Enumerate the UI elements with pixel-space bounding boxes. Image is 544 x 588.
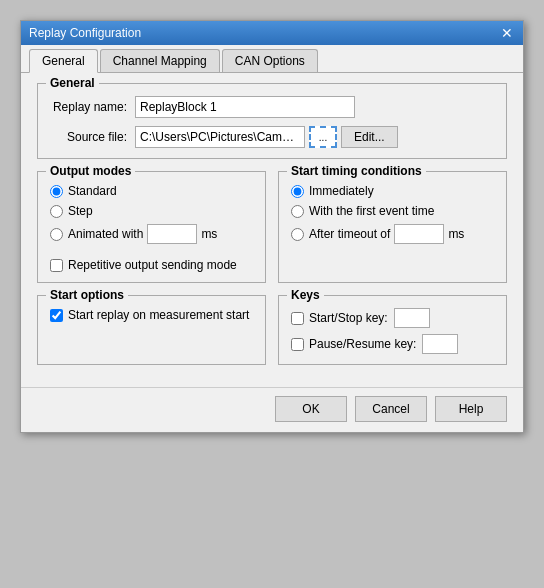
keys-label: Keys	[287, 288, 324, 302]
start-stop-key-input[interactable]	[394, 308, 430, 328]
pause-resume-key-row: Pause/Resume key:	[291, 334, 494, 354]
animated-unit: ms	[201, 227, 217, 241]
step-radio[interactable]	[50, 205, 63, 218]
close-button[interactable]: ✕	[499, 26, 515, 40]
step-radio-row: Step	[50, 204, 253, 218]
animated-label: Animated with	[68, 227, 143, 241]
help-button[interactable]: Help	[435, 396, 507, 422]
replay-name-label: Replay name:	[50, 100, 135, 114]
start-options-section: Start options Start replay on measuremen…	[37, 295, 266, 365]
animated-radio[interactable]	[50, 228, 63, 241]
title-bar: Replay Configuration ✕	[21, 21, 523, 45]
ok-button[interactable]: OK	[275, 396, 347, 422]
after-timeout-label: After timeout of	[309, 227, 390, 241]
start-replay-label: Start replay on measurement start	[68, 308, 249, 322]
bottom-two-col: Start options Start replay on measuremen…	[37, 295, 507, 365]
general-section: General Replay name: Source file: ... Ed…	[37, 83, 507, 159]
repetitive-checkbox-row: Repetitive output sending mode	[50, 258, 253, 272]
replay-configuration-dialog: Replay Configuration ✕ General Channel M…	[20, 20, 524, 433]
after-timeout-radio[interactable]	[291, 228, 304, 241]
immediately-radio-row: Immediately	[291, 184, 494, 198]
standard-label: Standard	[68, 184, 117, 198]
after-timeout-radio-row: After timeout of ms	[291, 224, 494, 244]
tab-bar: General Channel Mapping CAN Options	[21, 45, 523, 73]
cancel-button[interactable]: Cancel	[355, 396, 427, 422]
repetitive-label: Repetitive output sending mode	[68, 258, 237, 272]
standard-radio[interactable]	[50, 185, 63, 198]
start-timing-section: Start timing conditions Immediately With…	[278, 171, 507, 283]
output-modes-label: Output modes	[46, 164, 135, 178]
repetitive-checkbox[interactable]	[50, 259, 63, 272]
start-replay-checkbox-row: Start replay on measurement start	[50, 308, 253, 322]
pause-resume-key-input[interactable]	[422, 334, 458, 354]
first-event-radio[interactable]	[291, 205, 304, 218]
immediately-label: Immediately	[309, 184, 374, 198]
output-modes-section: Output modes Standard Step Animated with…	[37, 171, 266, 283]
immediately-radio[interactable]	[291, 185, 304, 198]
step-label: Step	[68, 204, 93, 218]
replay-name-row: Replay name:	[50, 96, 494, 118]
after-timeout-unit: ms	[448, 227, 464, 241]
source-file-label: Source file:	[50, 130, 135, 144]
first-event-radio-row: With the first event time	[291, 204, 494, 218]
tab-can-options[interactable]: CAN Options	[222, 49, 318, 72]
first-event-label: With the first event time	[309, 204, 434, 218]
standard-radio-row: Standard	[50, 184, 253, 198]
browse-button[interactable]: ...	[309, 126, 337, 148]
start-stop-key-row: Start/Stop key:	[291, 308, 494, 328]
start-options-label: Start options	[46, 288, 128, 302]
start-replay-checkbox[interactable]	[50, 309, 63, 322]
tab-general[interactable]: General	[29, 49, 98, 73]
button-bar: OK Cancel Help	[21, 387, 523, 432]
animated-radio-row: Animated with ms	[50, 224, 253, 244]
animated-input[interactable]	[147, 224, 197, 244]
timeout-input[interactable]	[394, 224, 444, 244]
dialog-title: Replay Configuration	[29, 26, 141, 40]
tab-channel-mapping[interactable]: Channel Mapping	[100, 49, 220, 72]
two-col-row: Output modes Standard Step Animated with…	[37, 171, 507, 283]
replay-name-input[interactable]	[135, 96, 355, 118]
source-file-row: Source file: ... Edit...	[50, 126, 494, 148]
general-section-label: General	[46, 76, 99, 90]
start-stop-key-label: Start/Stop key:	[309, 311, 388, 325]
start-stop-key-checkbox[interactable]	[291, 312, 304, 325]
start-timing-label: Start timing conditions	[287, 164, 426, 178]
pause-resume-key-checkbox[interactable]	[291, 338, 304, 351]
edit-button[interactable]: Edit...	[341, 126, 398, 148]
pause-resume-key-label: Pause/Resume key:	[309, 337, 416, 351]
dialog-content: General Replay name: Source file: ... Ed…	[21, 73, 523, 387]
keys-section: Keys Start/Stop key: Pause/Resume key:	[278, 295, 507, 365]
source-file-input[interactable]	[135, 126, 305, 148]
